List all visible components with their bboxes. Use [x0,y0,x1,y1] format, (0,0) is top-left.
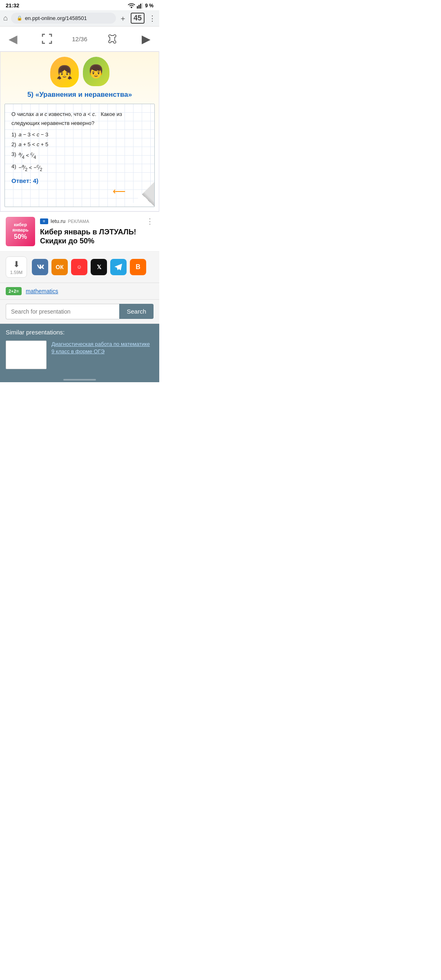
option-1: 1)a − 3 < c − 3 [11,130,148,139]
ad-source-icon [40,218,48,224]
add-tab-icon[interactable]: ＋ [119,13,127,23]
slide-intro: О числах a и с известно, что a < с. Како… [11,110,148,128]
social-share-icons: ОК ☺ 𝕏 B [32,259,146,275]
home-icon[interactable]: ⌂ [3,14,8,22]
battery-display: 9 % [145,3,154,9]
blogger-icon-text: B [136,263,140,271]
lock-icon: 🔒 [17,16,22,21]
share-icon [107,34,117,44]
url-text: en.ppt-online.org/1458501 [25,15,87,21]
similar-card: Диагностическая работа по математике 9 к… [6,341,154,369]
expand-icon [42,33,52,44]
action-row: ⬇ 1.59M ОК ☺ 𝕏 B [0,252,159,283]
fullscreen-button[interactable] [38,30,56,48]
ok-icon-text: ОК [56,264,63,270]
advertisement-section: киберянварь50% letu.ru РЕКЛАМА ⋮ Кибер я… [0,212,159,252]
scroll-bar [63,379,96,381]
svg-point-0 [131,7,132,8]
similar-section-title: Similar presentations: [6,329,154,336]
previous-slide-button[interactable]: ◀ [4,30,22,48]
wifi-icon [128,3,135,9]
status-bar: 21:32 9 % [0,0,159,10]
vk-icon [36,264,44,270]
file-size-label: 1.59M [10,270,23,275]
share-button[interactable] [103,30,121,48]
ad-title[interactable]: Кибер январь в ЛЭТУАЛЬ! Скидки до 50% [40,227,154,246]
character-girl: 👧 [50,57,79,87]
ad-thumbnail[interactable]: киберянварь50% [6,217,35,246]
similar-card-title[interactable]: Диагностическая работа по математике 9 к… [51,341,154,355]
telegram-share-button[interactable] [110,259,127,275]
search-input[interactable] [6,304,119,319]
option-2: 2)a + 5 < c + 5 [11,140,148,149]
download-button[interactable]: ⬇ 1.59M [6,256,27,278]
category-label[interactable]: mathematics [26,288,58,294]
more-options-icon[interactable]: ⋮ [149,14,156,23]
svg-rect-3 [140,4,141,9]
ad-more-button[interactable]: ⋮ [146,217,154,226]
x-icon-text: 𝕏 [97,264,101,270]
blogger-share-button[interactable]: B [130,259,146,275]
status-right: 9 % [128,3,154,9]
browser-bar: ⌂ 🔒 en.ppt-online.org/1458501 ＋ 45 ⋮ [0,10,159,27]
tab-count-badge[interactable]: 45 [131,13,145,24]
svg-rect-2 [138,5,140,9]
search-button[interactable]: Search [119,304,154,319]
time-display: 21:32 [6,2,19,9]
character-boy: 👦 [83,57,109,86]
option-3: 3) a⁄4 < c⁄4 [11,150,148,161]
vk-share-button[interactable] [32,259,48,275]
next-slide-button[interactable]: ▶ [137,30,155,48]
ok-share-button[interactable]: ОК [51,259,68,275]
slide-counter: 12/36 [72,36,87,42]
search-row: Search [0,300,159,324]
ad-info: letu.ru РЕКЛАМА ⋮ Кибер январь в ЛЭТУАЛЬ… [40,217,154,246]
telegram-icon [114,263,122,271]
arrow-hint-icon: ⟵ [113,184,126,199]
slide-answer: Ответ: 4) [11,176,148,186]
slide-title: 5) «Уравнения и неравенства» [27,91,132,99]
category-icon: 2+2= [6,287,22,295]
ad-label: РЕКЛАМА [68,219,89,224]
slide-image: 👧 👦 5) «Уравнения и неравенства» О числа… [0,52,159,211]
ad-meta-row: letu.ru РЕКЛАМА ⋮ [40,217,154,226]
svg-rect-4 [142,3,143,9]
x-share-button[interactable]: 𝕏 [91,259,107,275]
category-row: 2+2= mathematics [0,283,159,300]
similar-card-thumbnail [6,341,47,369]
url-bar[interactable]: 🔒 en.ppt-online.org/1458501 [11,13,116,24]
ad-thumb-text: киберянварь50% [12,222,28,241]
slide-characters: 👧 👦 [50,57,109,87]
download-icon: ⬇ [13,259,20,269]
slide-area: 👧 👦 5) «Уравнения и неравенства» О числа… [0,51,159,212]
mm-icon-text: ☺ [76,264,82,270]
scroll-indicator [0,376,159,382]
similar-presentations-section: Similar presentations: Диагностическая р… [0,324,159,376]
ad-source-name: letu.ru [51,218,65,224]
status-left: 21:32 [6,2,19,9]
option-4: 4) −a⁄2 < −c⁄2 [11,162,148,173]
browser-icons: ＋ 45 ⋮ [119,13,156,24]
svg-rect-1 [137,6,138,9]
slide-math-content: О числах a и с известно, что a < с. Како… [4,104,155,207]
slide-navigation-bar: ◀ 12/36 ▶ [0,27,159,51]
mm-share-button[interactable]: ☺ [71,259,87,275]
signal-icon [137,3,143,9]
